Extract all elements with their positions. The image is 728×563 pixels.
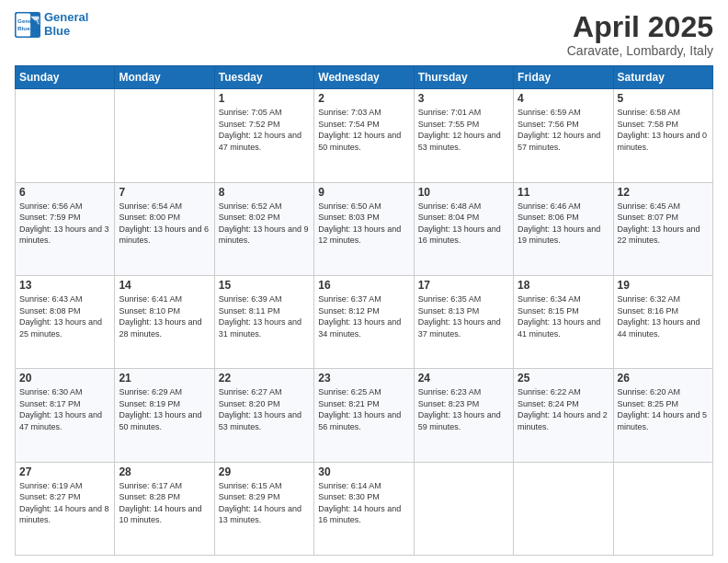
day-number: 4 — [518, 92, 609, 105]
weekday-thursday: Thursday — [414, 66, 513, 89]
cell-info: Sunrise: 6:23 AM Sunset: 8:23 PM Dayligh… — [418, 386, 509, 432]
calendar-cell: 20Sunrise: 6:30 AM Sunset: 8:17 PM Dayli… — [16, 369, 115, 462]
day-number: 15 — [219, 279, 310, 292]
calendar-cell: 5Sunrise: 6:58 AM Sunset: 7:58 PM Daylig… — [613, 89, 712, 182]
calendar-cell: 8Sunrise: 6:52 AM Sunset: 8:02 PM Daylig… — [214, 182, 313, 275]
calendar-cell: 6Sunrise: 6:56 AM Sunset: 7:59 PM Daylig… — [16, 182, 115, 275]
cell-info: Sunrise: 6:39 AM Sunset: 8:11 PM Dayligh… — [219, 293, 310, 339]
cell-info: Sunrise: 6:58 AM Sunset: 7:58 PM Dayligh… — [618, 107, 709, 153]
day-number: 28 — [119, 465, 210, 478]
day-number: 7 — [119, 186, 210, 199]
week-row-0: 1Sunrise: 7:05 AM Sunset: 7:52 PM Daylig… — [16, 89, 713, 182]
cell-info: Sunrise: 6:45 AM Sunset: 8:07 PM Dayligh… — [618, 201, 709, 247]
day-number: 13 — [19, 279, 110, 292]
calendar-cell: 11Sunrise: 6:46 AM Sunset: 8:06 PM Dayli… — [514, 182, 613, 275]
svg-text:General: General — [17, 17, 39, 24]
day-number: 19 — [618, 279, 709, 292]
cell-info: Sunrise: 6:25 AM Sunset: 8:21 PM Dayligh… — [318, 386, 409, 432]
calendar-cell: 21Sunrise: 6:29 AM Sunset: 8:19 PM Dayli… — [115, 369, 214, 462]
cell-info: Sunrise: 6:22 AM Sunset: 8:24 PM Dayligh… — [518, 386, 609, 432]
cell-info: Sunrise: 6:54 AM Sunset: 8:00 PM Dayligh… — [119, 201, 210, 247]
calendar-cell: 3Sunrise: 7:01 AM Sunset: 7:55 PM Daylig… — [414, 89, 513, 182]
weekday-row: SundayMondayTuesdayWednesdayThursdayFrid… — [16, 66, 713, 89]
calendar-cell: 4Sunrise: 6:59 AM Sunset: 7:56 PM Daylig… — [514, 89, 613, 182]
logo-icon: General Blue — [15, 12, 40, 38]
weekday-wednesday: Wednesday — [314, 66, 414, 89]
calendar-cell: 7Sunrise: 6:54 AM Sunset: 8:00 PM Daylig… — [115, 182, 214, 275]
calendar-table: SundayMondayTuesdayWednesdayThursdayFrid… — [15, 65, 713, 556]
calendar-cell: 24Sunrise: 6:23 AM Sunset: 8:23 PM Dayli… — [414, 369, 513, 462]
cell-info: Sunrise: 6:32 AM Sunset: 8:16 PM Dayligh… — [618, 293, 709, 339]
cell-info: Sunrise: 6:59 AM Sunset: 7:56 PM Dayligh… — [518, 107, 609, 153]
week-row-2: 13Sunrise: 6:43 AM Sunset: 8:08 PM Dayli… — [16, 275, 713, 368]
calendar-body: 1Sunrise: 7:05 AM Sunset: 7:52 PM Daylig… — [16, 89, 713, 556]
day-number: 22 — [219, 372, 310, 385]
day-number: 20 — [19, 372, 110, 385]
svg-text:Blue: Blue — [17, 25, 30, 31]
calendar-header: SundayMondayTuesdayWednesdayThursdayFrid… — [16, 66, 713, 89]
cell-info: Sunrise: 6:15 AM Sunset: 8:29 PM Dayligh… — [219, 480, 310, 526]
day-number: 30 — [318, 465, 409, 478]
location: Caravate, Lombardy, Italy — [567, 43, 713, 58]
day-number: 24 — [418, 372, 509, 385]
day-number: 8 — [219, 186, 310, 199]
week-row-1: 6Sunrise: 6:56 AM Sunset: 7:59 PM Daylig… — [16, 182, 713, 275]
day-number: 18 — [518, 279, 609, 292]
logo: General Blue General Blue — [15, 11, 88, 39]
cell-info: Sunrise: 6:20 AM Sunset: 8:25 PM Dayligh… — [618, 386, 709, 432]
day-number: 6 — [19, 186, 110, 199]
calendar-cell: 22Sunrise: 6:27 AM Sunset: 8:20 PM Dayli… — [214, 369, 313, 462]
calendar-cell — [16, 89, 115, 182]
cell-info: Sunrise: 6:29 AM Sunset: 8:19 PM Dayligh… — [119, 386, 210, 432]
calendar-cell: 28Sunrise: 6:17 AM Sunset: 8:28 PM Dayli… — [115, 462, 214, 555]
calendar-cell: 27Sunrise: 6:19 AM Sunset: 8:27 PM Dayli… — [16, 462, 115, 555]
cell-info: Sunrise: 6:19 AM Sunset: 8:27 PM Dayligh… — [19, 480, 110, 526]
page: General Blue General Blue April 2025 Car… — [0, 0, 728, 563]
day-number: 29 — [219, 465, 310, 478]
day-number: 1 — [219, 92, 310, 105]
cell-info: Sunrise: 6:34 AM Sunset: 8:15 PM Dayligh… — [518, 293, 609, 339]
calendar-cell: 19Sunrise: 6:32 AM Sunset: 8:16 PM Dayli… — [613, 275, 712, 368]
cell-info: Sunrise: 6:37 AM Sunset: 8:12 PM Dayligh… — [318, 293, 409, 339]
cell-info: Sunrise: 7:03 AM Sunset: 7:54 PM Dayligh… — [318, 107, 409, 153]
week-row-4: 27Sunrise: 6:19 AM Sunset: 8:27 PM Dayli… — [16, 462, 713, 555]
cell-info: Sunrise: 6:35 AM Sunset: 8:13 PM Dayligh… — [418, 293, 509, 339]
cell-info: Sunrise: 6:41 AM Sunset: 8:10 PM Dayligh… — [119, 293, 210, 339]
day-number: 5 — [618, 92, 709, 105]
calendar-cell: 18Sunrise: 6:34 AM Sunset: 8:15 PM Dayli… — [514, 275, 613, 368]
cell-info: Sunrise: 6:48 AM Sunset: 8:04 PM Dayligh… — [418, 201, 509, 247]
cell-info: Sunrise: 6:56 AM Sunset: 7:59 PM Dayligh… — [19, 201, 110, 247]
weekday-tuesday: Tuesday — [214, 66, 313, 89]
cell-info: Sunrise: 6:27 AM Sunset: 8:20 PM Dayligh… — [219, 386, 310, 432]
calendar-cell: 17Sunrise: 6:35 AM Sunset: 8:13 PM Dayli… — [414, 275, 513, 368]
cell-info: Sunrise: 6:50 AM Sunset: 8:03 PM Dayligh… — [318, 201, 409, 247]
calendar-cell: 16Sunrise: 6:37 AM Sunset: 8:12 PM Dayli… — [314, 275, 414, 368]
calendar-cell: 9Sunrise: 6:50 AM Sunset: 8:03 PM Daylig… — [314, 182, 414, 275]
calendar-cell: 12Sunrise: 6:45 AM Sunset: 8:07 PM Dayli… — [613, 182, 712, 275]
calendar-cell — [414, 462, 513, 555]
week-row-3: 20Sunrise: 6:30 AM Sunset: 8:17 PM Dayli… — [16, 369, 713, 462]
calendar-cell: 23Sunrise: 6:25 AM Sunset: 8:21 PM Dayli… — [314, 369, 414, 462]
title-area: April 2025 Caravate, Lombardy, Italy — [567, 11, 713, 58]
day-number: 3 — [418, 92, 509, 105]
calendar-cell — [613, 462, 712, 555]
calendar-cell: 15Sunrise: 6:39 AM Sunset: 8:11 PM Dayli… — [214, 275, 313, 368]
weekday-saturday: Saturday — [613, 66, 712, 89]
day-number: 9 — [318, 186, 409, 199]
cell-info: Sunrise: 7:01 AM Sunset: 7:55 PM Dayligh… — [418, 107, 509, 153]
day-number: 27 — [19, 465, 110, 478]
calendar-cell: 26Sunrise: 6:20 AM Sunset: 8:25 PM Dayli… — [613, 369, 712, 462]
cell-info: Sunrise: 6:43 AM Sunset: 8:08 PM Dayligh… — [19, 293, 110, 339]
weekday-sunday: Sunday — [16, 66, 115, 89]
calendar-cell: 25Sunrise: 6:22 AM Sunset: 8:24 PM Dayli… — [514, 369, 613, 462]
day-number: 23 — [318, 372, 409, 385]
weekday-friday: Friday — [514, 66, 613, 89]
cell-info: Sunrise: 6:17 AM Sunset: 8:28 PM Dayligh… — [119, 480, 210, 526]
day-number: 16 — [318, 279, 409, 292]
header: General Blue General Blue April 2025 Car… — [15, 11, 713, 58]
cell-info: Sunrise: 6:30 AM Sunset: 8:17 PM Dayligh… — [19, 386, 110, 432]
day-number: 11 — [518, 186, 609, 199]
day-number: 14 — [119, 279, 210, 292]
day-number: 10 — [418, 186, 509, 199]
calendar-cell: 2Sunrise: 7:03 AM Sunset: 7:54 PM Daylig… — [314, 89, 414, 182]
